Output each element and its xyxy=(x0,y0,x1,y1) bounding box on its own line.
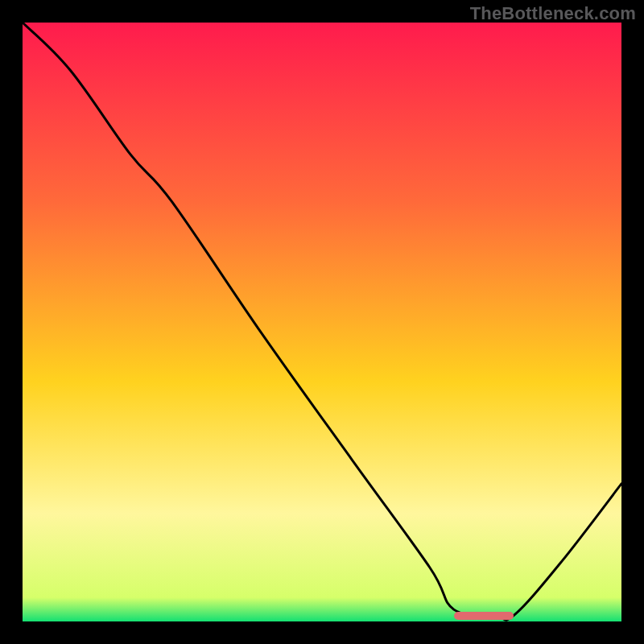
watermark-text: TheBottleneck.com xyxy=(470,3,636,24)
plot-area xyxy=(23,23,621,621)
chart-frame: TheBottleneck.com xyxy=(0,0,644,644)
curve-layer xyxy=(23,23,621,621)
optimal-region-marker xyxy=(454,612,514,620)
bottleneck-curve xyxy=(23,23,621,620)
